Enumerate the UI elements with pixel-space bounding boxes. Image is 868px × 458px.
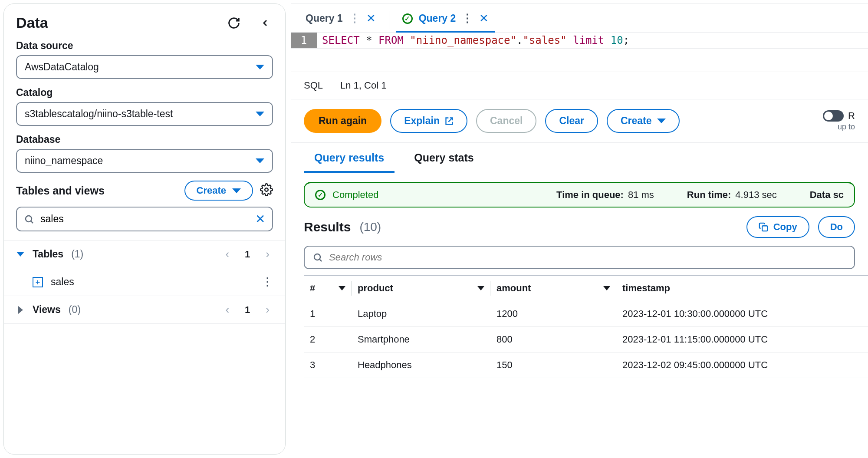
col-timestamp[interactable]: timestamp: [616, 276, 868, 301]
next-page-icon[interactable]: ›: [262, 247, 273, 261]
tab-menu-icon[interactable]: ⋮: [462, 12, 473, 25]
page-number: 1: [240, 304, 254, 316]
results-search-input[interactable]: [329, 252, 846, 263]
chevron-right-icon: [18, 306, 23, 314]
tab-menu-icon[interactable]: ⋮: [349, 12, 360, 25]
tab-query-2[interactable]: ✓ Query 2 ⋮ ✕: [396, 7, 495, 32]
chevron-down-icon: [657, 119, 666, 123]
sql-editor[interactable]: 1 SELECT * FROM "niino_namespace"."sales…: [291, 33, 868, 49]
panel-title: Data: [16, 14, 48, 31]
table-row: 1Laptop12002023-12-01 10:30:00.000000 UT…: [304, 301, 868, 327]
search-icon: [24, 214, 34, 224]
table-item[interactable]: + sales ⋮: [4, 268, 285, 296]
collapse-icon[interactable]: [257, 15, 273, 31]
table-row: 2Smartphone8002023-12-01 11:15:00.000000…: [304, 327, 868, 353]
chevron-down-icon: [256, 158, 264, 163]
success-icon: ✓: [315, 190, 326, 200]
data-source-label: Data source: [16, 40, 273, 52]
sql-code: SELECT * FROM "niino_namespace"."sales" …: [317, 33, 868, 48]
tables-search-input[interactable]: [40, 213, 249, 225]
col-product[interactable]: product: [352, 276, 490, 301]
svg-line-5: [320, 260, 322, 261]
query-status-banner: ✓ Completed Time in queue:81 ms Run time…: [304, 182, 855, 208]
run-again-button[interactable]: Run again: [304, 109, 381, 133]
results-count: (10): [359, 220, 381, 234]
svg-line-2: [31, 221, 33, 223]
close-tab-icon[interactable]: ✕: [479, 12, 489, 25]
search-icon: [312, 252, 323, 263]
tab-query-1[interactable]: Query 1 ⋮ ✕: [299, 7, 382, 32]
page-number: 1: [240, 249, 254, 260]
table-icon: +: [33, 277, 43, 287]
svg-rect-3: [762, 226, 767, 231]
tables-views-title: Tables and views: [16, 185, 178, 197]
editor-language: SQL: [304, 80, 323, 91]
cancel-button: Cancel: [476, 109, 536, 133]
refresh-icon[interactable]: [226, 15, 242, 31]
database-label: Database: [16, 134, 273, 145]
create-query-button[interactable]: Create: [607, 109, 680, 133]
data-panel: Data Data source AwsDataCatalog Catalog …: [3, 3, 286, 455]
external-link-icon: [445, 117, 454, 125]
editor-status-bar: SQL Ln 1, Col 1: [291, 72, 868, 99]
col-amount[interactable]: amount: [490, 276, 616, 301]
query-tabs: Query 1 ⋮ ✕ ✓ Query 2 ⋮ ✕: [291, 4, 868, 33]
success-icon: ✓: [402, 13, 413, 24]
reuse-toggle[interactable]: [823, 110, 844, 122]
chevron-down-icon: [232, 188, 241, 193]
cursor-position: Ln 1, Col 1: [340, 80, 386, 91]
data-source-value: AwsDataCatalog: [25, 61, 99, 73]
close-tab-icon[interactable]: ✕: [366, 12, 376, 25]
sort-icon: [603, 286, 610, 290]
chevron-down-icon: [16, 252, 24, 257]
gear-icon[interactable]: [260, 183, 273, 198]
next-page-icon[interactable]: ›: [262, 303, 273, 316]
svg-point-1: [26, 216, 32, 222]
results-search[interactable]: [304, 246, 855, 269]
download-button[interactable]: Do: [818, 216, 855, 238]
sort-icon: [477, 286, 484, 290]
chevron-down-icon: [256, 112, 264, 116]
database-select[interactable]: niino_namespace: [16, 149, 273, 173]
svg-point-0: [265, 188, 268, 191]
results-title: Results: [304, 220, 351, 234]
prev-page-icon[interactable]: ‹: [222, 247, 233, 261]
copy-button[interactable]: Copy: [746, 216, 809, 238]
table-row: 3Headphones1502023-12-02 09:45:00.000000…: [304, 353, 868, 378]
data-source-select[interactable]: AwsDataCatalog: [16, 55, 273, 79]
explain-button[interactable]: Explain: [390, 109, 467, 133]
table-item-menu-icon[interactable]: ⋮: [262, 275, 273, 289]
results-table: # product amount timestamp 1Laptop120020…: [304, 275, 868, 378]
tables-section[interactable]: Tables (1) ‹ 1 ›: [4, 241, 285, 268]
tab-query-stats[interactable]: Query stats: [404, 143, 484, 173]
clear-button[interactable]: Clear: [545, 109, 598, 133]
copy-icon: [759, 222, 768, 232]
line-number: 1: [291, 33, 317, 48]
clear-search-icon[interactable]: ✕: [255, 212, 265, 226]
query-editor-main: Query 1 ⋮ ✕ ✓ Query 2 ⋮ ✕ 1 SELECT * FRO…: [291, 3, 868, 455]
prev-page-icon[interactable]: ‹: [222, 303, 233, 316]
tables-search[interactable]: ✕: [16, 207, 273, 231]
chevron-down-icon: [256, 65, 264, 69]
sort-icon: [339, 286, 345, 290]
col-index[interactable]: #: [304, 276, 352, 301]
tab-query-results[interactable]: Query results: [304, 143, 395, 173]
create-button[interactable]: Create: [184, 181, 253, 201]
svg-point-4: [314, 254, 320, 260]
database-value: niino_namespace: [25, 155, 103, 167]
catalog-label: Catalog: [16, 87, 273, 99]
views-section[interactable]: Views (0) ‹ 1 ›: [4, 296, 285, 324]
catalog-select[interactable]: s3tablescatalog/niino-s3table-test: [16, 102, 273, 126]
catalog-value: s3tablescatalog/niino-s3table-test: [25, 108, 173, 120]
